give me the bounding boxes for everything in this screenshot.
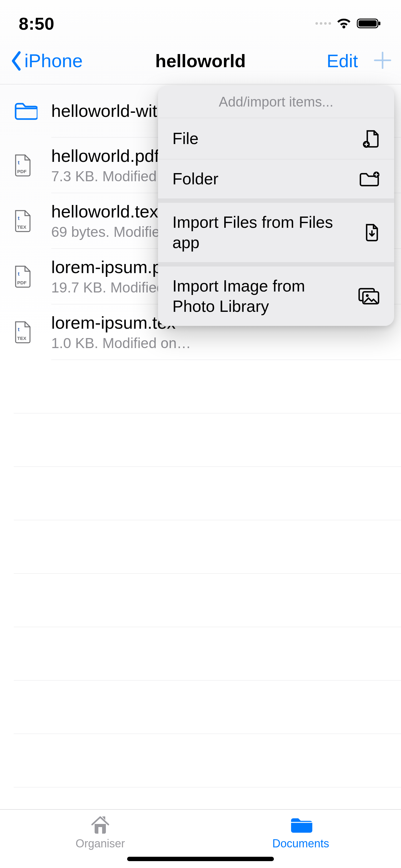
- popover-item-file[interactable]: File: [158, 118, 394, 159]
- popover-label: Import Image from Photo Library: [172, 276, 347, 316]
- popover-label: Folder: [172, 169, 218, 189]
- chevron-left-icon: [9, 50, 23, 72]
- cellular-icon: [315, 22, 331, 25]
- pdf-file-icon: t PDF: [14, 154, 32, 177]
- svg-text:t: t: [18, 215, 20, 221]
- svg-text:PDF: PDF: [17, 169, 27, 174]
- popover-header: Add/import items...: [158, 86, 394, 118]
- folder-fill-icon: [289, 814, 312, 835]
- popover-label: Import Files from Files app: [172, 212, 347, 253]
- svg-text:t: t: [18, 160, 20, 165]
- house-icon: [89, 814, 111, 835]
- svg-text:TEX: TEX: [17, 224, 26, 230]
- svg-rect-1: [359, 20, 377, 27]
- tex-file-icon: t TEX: [14, 209, 32, 232]
- status-indicators: [315, 17, 382, 30]
- back-button[interactable]: iPhone: [9, 50, 83, 72]
- svg-rect-16: [98, 827, 102, 834]
- add-popover: Add/import items... File Folder Import F…: [158, 86, 394, 326]
- tex-file-icon: t TEX: [14, 320, 32, 344]
- folder-icon: [14, 101, 37, 120]
- svg-point-15: [366, 294, 369, 297]
- popover-item-import-files[interactable]: Import Files from Files app: [158, 203, 394, 267]
- status-bar: 8:50: [0, 0, 401, 37]
- popover-label: File: [172, 128, 199, 149]
- back-label: iPhone: [24, 50, 83, 71]
- status-time: 8:50: [19, 13, 54, 34]
- svg-text:t: t: [18, 271, 20, 277]
- add-button[interactable]: [373, 51, 392, 71]
- svg-text:TEX: TEX: [17, 336, 26, 341]
- tab-label: Organiser: [75, 837, 125, 850]
- nav-bar: iPhone helloworld Edit: [0, 37, 401, 84]
- file-download-icon: [364, 223, 380, 242]
- svg-text:t: t: [18, 327, 20, 333]
- file-add-icon: [362, 129, 380, 148]
- battery-icon: [357, 17, 382, 30]
- edit-button[interactable]: Edit: [327, 50, 358, 71]
- empty-rows: [0, 360, 401, 787]
- image-icon: [358, 287, 380, 305]
- popover-item-folder[interactable]: Folder: [158, 159, 394, 203]
- pdf-file-icon: t PDF: [14, 265, 32, 288]
- wifi-icon: [335, 17, 352, 30]
- home-indicator[interactable]: [127, 857, 274, 861]
- file-meta: 1.0 KB. Modified on…: [51, 335, 401, 351]
- folder-add-icon: [359, 171, 380, 187]
- svg-rect-2: [378, 22, 380, 25]
- plus-icon: [373, 51, 392, 69]
- tab-label: Documents: [272, 837, 329, 850]
- svg-text:PDF: PDF: [17, 280, 27, 285]
- page-title: helloworld: [155, 50, 246, 71]
- popover-item-import-image[interactable]: Import Image from Photo Library: [158, 267, 394, 326]
